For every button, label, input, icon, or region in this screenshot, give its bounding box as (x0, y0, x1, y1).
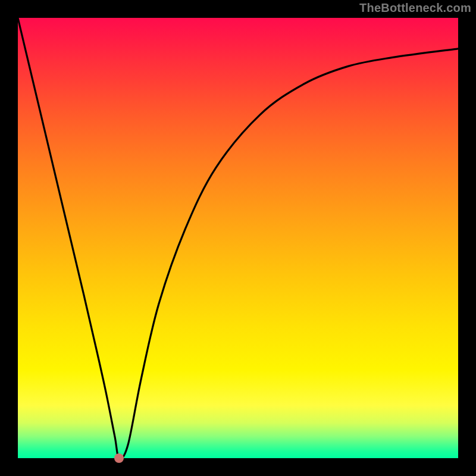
chart-curve-svg (18, 18, 458, 458)
attribution-text: TheBottleneck.com (359, 1, 471, 15)
minimum-marker-dot (114, 453, 124, 463)
bottleneck-curve (18, 18, 458, 459)
chart-plot-area (18, 18, 458, 458)
